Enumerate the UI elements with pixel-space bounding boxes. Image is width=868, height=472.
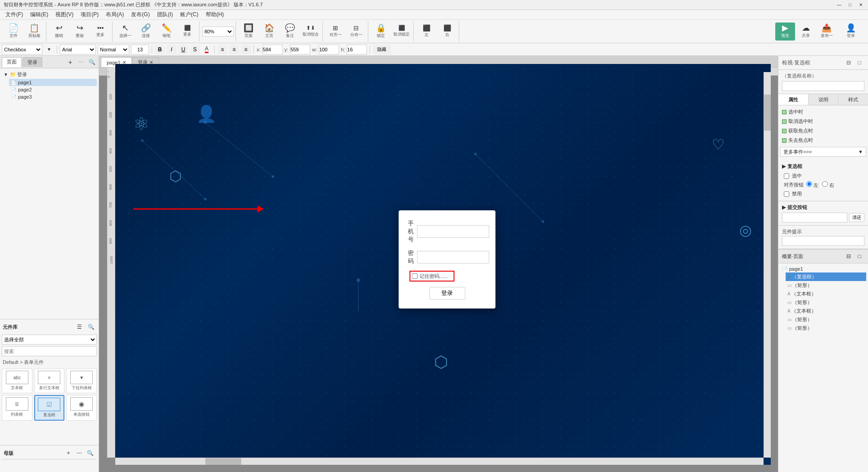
distribute-button[interactable]: ⊟ 分布一 <box>346 23 366 41</box>
lock-button[interactable]: 🔒 锁定 <box>371 23 391 41</box>
note-button[interactable]: 💬 备注 <box>280 23 300 41</box>
tree-item-page3[interactable]: 📄 page3 <box>9 93 97 100</box>
clipboard-button[interactable]: 📋 剪贴板 <box>24 23 44 41</box>
right-button[interactable]: ⬛ 右 <box>437 23 457 41</box>
clear-button[interactable]: 清还 <box>849 213 864 222</box>
horizontal-scrollbar[interactable] <box>115 458 764 465</box>
maximize-button[interactable]: □ <box>846 1 854 9</box>
comp-textbox[interactable]: abc 文本框 <box>2 368 32 393</box>
redo-button[interactable]: ↪ 重做 <box>70 23 90 41</box>
add-master-button[interactable]: + <box>63 448 73 458</box>
add-page-button[interactable]: + <box>65 57 75 67</box>
strikethrough-button[interactable]: S <box>190 45 200 54</box>
menu-project[interactable]: 项目(P) <box>77 10 102 19</box>
comp-radio[interactable]: ◉ 单选按钮 <box>66 395 97 421</box>
tab-style[interactable]: 样式 <box>838 94 868 105</box>
tab-description[interactable]: 说明 <box>809 94 839 105</box>
y-input[interactable] <box>290 45 310 54</box>
submit-button-input[interactable] <box>782 213 847 222</box>
layer-checkbox[interactable]: ✓ （复选框） <box>786 272 866 281</box>
element-type-selector[interactable]: Checkbox <box>2 45 42 54</box>
event-focus[interactable]: 获取焦点时 <box>780 126 866 136</box>
home-button[interactable]: 🏠 主页 <box>259 23 279 41</box>
master-search-button[interactable]: 🔍 <box>85 448 95 458</box>
login-button[interactable]: 👤 登录 <box>837 23 864 41</box>
tab-login[interactable]: 登录 <box>23 57 42 67</box>
lib-category-selector[interactable]: 选择全部 <box>2 335 97 345</box>
page-options-button[interactable]: ⋯ <box>76 57 86 67</box>
layer-rect-4[interactable]: ▭ （矩形） <box>786 324 866 332</box>
w-input[interactable] <box>319 45 339 54</box>
left-button[interactable]: ⬛ 左 <box>416 23 436 41</box>
menu-help[interactable]: 帮助(H) <box>202 10 228 19</box>
menu-team[interactable]: 团队(I) <box>154 10 176 19</box>
underline-button[interactable]: U <box>178 45 188 54</box>
align-left-radio[interactable] <box>806 181 812 187</box>
remember-checkbox-box[interactable]: 记住密码...... <box>410 271 455 281</box>
comp-listbox[interactable]: ☰ 列表框 <box>2 395 32 421</box>
layer-rect-3[interactable]: ▭ （矩形） <box>786 315 866 324</box>
more-button[interactable]: ••• 更多 <box>90 23 110 41</box>
select-button[interactable]: ↖ 选择一 <box>115 23 135 41</box>
lib-menu-button[interactable]: ☰ <box>74 322 84 332</box>
connect-button[interactable]: 🔗 连接 <box>136 23 156 41</box>
menu-file[interactable]: 文件(F) <box>2 10 27 19</box>
login-submit-button[interactable]: 登录 <box>429 287 465 300</box>
format-options-button[interactable]: ▼ <box>44 45 54 54</box>
remember-checkbox[interactable] <box>412 273 418 279</box>
event-deselected[interactable]: 取消选中时 <box>780 117 866 126</box>
align-right-label[interactable]: 右 <box>822 181 834 189</box>
master-menu-button[interactable]: ⋯ <box>74 448 84 458</box>
layer-filter-button[interactable]: ⊟ <box>844 251 854 261</box>
layer-textbox-2[interactable]: A （文本框） <box>786 307 866 315</box>
password-input[interactable] <box>417 251 489 263</box>
layer-rect-2[interactable]: ▭ （矩形） <box>786 298 866 307</box>
menu-layout[interactable]: 布局(A) <box>102 10 127 19</box>
share-button[interactable]: ☁ 共享 <box>796 23 816 41</box>
checked-checkbox[interactable] <box>784 173 789 179</box>
tree-item-page2[interactable]: 📄 page2 <box>9 86 97 93</box>
comp-checkbox[interactable]: ☑ 复选框 <box>34 395 65 421</box>
layer-rect-1[interactable]: ▭ （矩形） <box>786 281 866 290</box>
bold-button[interactable]: B <box>155 45 165 54</box>
close-button[interactable]: ✕ <box>857 1 864 9</box>
event-blur[interactable]: 失去焦点时 <box>780 136 866 145</box>
align-button[interactable]: ⊞ 对齐一 <box>326 23 345 41</box>
h-input[interactable] <box>347 45 367 54</box>
comp-dropdown[interactable]: ▼ 下拉列表框 <box>66 368 97 393</box>
page-view-button[interactable]: 🔲 页面 <box>239 23 258 41</box>
align-center-button[interactable]: ≡ <box>229 45 239 54</box>
font-color-button[interactable]: A <box>202 45 212 54</box>
search-page-button[interactable]: 🔍 <box>87 57 97 67</box>
layer-close-button[interactable]: □ <box>854 251 864 261</box>
filter-button[interactable]: ⊟ <box>844 58 854 68</box>
menu-publish[interactable]: 发布(G) <box>127 10 153 19</box>
publish-button[interactable]: 📤 发布一 <box>817 23 836 41</box>
italic-button[interactable]: I <box>167 45 176 54</box>
align-left-label[interactable]: 左 <box>806 181 818 189</box>
shapes-button[interactable]: ⬛ 更多 <box>177 23 197 41</box>
tree-item-page1[interactable]: 📄 page1 <box>9 79 97 86</box>
panel-close-button[interactable]: □ <box>854 58 864 68</box>
tab-properties[interactable]: 属性 <box>778 94 809 105</box>
unlock-button[interactable]: ⬛ 取消锁定 <box>392 23 411 41</box>
lib-search-button[interactable]: 🔍 <box>86 322 96 332</box>
ungroup-button[interactable]: ⬆⬇ 取消组合 <box>301 23 321 41</box>
layer-textbox-1[interactable]: A （文本框） <box>786 290 866 298</box>
layer-page1[interactable]: 📄 page1 <box>780 265 866 272</box>
font-size-input[interactable] <box>131 45 149 54</box>
align-left-button[interactable]: ≡ <box>217 45 227 54</box>
align-right-button[interactable]: ≡ <box>241 45 251 54</box>
menu-account[interactable]: 账户(C) <box>176 10 202 19</box>
align-right-radio[interactable] <box>822 181 828 187</box>
tab-page[interactable]: 页面 <box>2 57 22 67</box>
vertical-scrollbar[interactable] <box>764 72 771 458</box>
comp-multiline[interactable]: ≡ 多行文本框 <box>34 368 65 393</box>
pen-button[interactable]: ✏️ 钢笔 <box>157 23 176 41</box>
new-file-button[interactable]: 📄 文件 <box>4 23 23 41</box>
window-controls[interactable]: — □ ✕ <box>836 1 864 9</box>
font-style-selector[interactable]: Normal <box>98 45 129 54</box>
font-family-selector[interactable]: Arial <box>60 45 96 54</box>
hidden-button[interactable]: 隐藏 <box>373 45 391 54</box>
more-events-button[interactable]: 更多事件>>> ▼ <box>780 147 866 157</box>
